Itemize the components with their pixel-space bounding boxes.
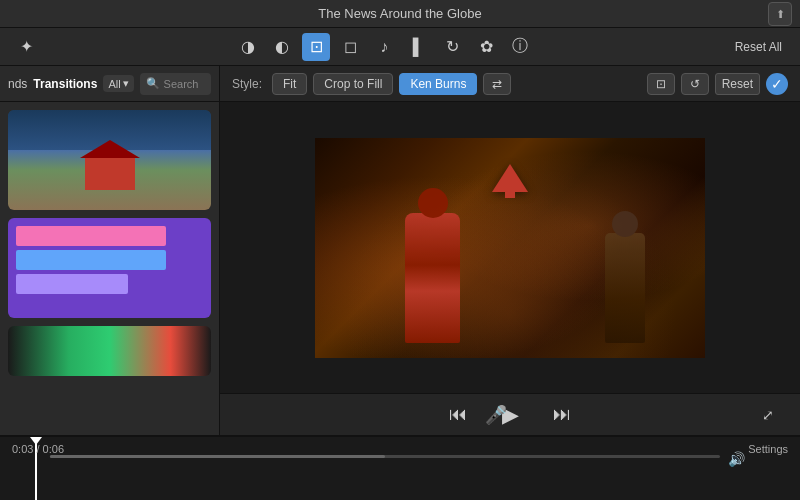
settings-button[interactable]: Settings bbox=[748, 443, 788, 455]
fit-button[interactable]: Fit bbox=[272, 73, 307, 95]
skip-forward-button[interactable]: ⏭ bbox=[546, 399, 578, 431]
speed-icon[interactable]: ↻ bbox=[438, 33, 466, 61]
timeline-bar: 0:03 / 0:06 🔊 Settings bbox=[0, 435, 800, 500]
fullscreen-button[interactable]: ⤢ bbox=[752, 399, 784, 431]
magic-wand-icon[interactable]: ✦ bbox=[12, 33, 40, 61]
left-panel: nds Transitions All ▾ 🔍 Search bbox=[0, 66, 220, 435]
tab-transitions[interactable]: Transitions bbox=[33, 77, 97, 91]
timeline-progress[interactable] bbox=[50, 455, 720, 458]
thumbnail-list bbox=[0, 102, 219, 435]
current-time: 0:03 / 0:06 bbox=[12, 443, 64, 455]
filter-icon[interactable]: ✿ bbox=[472, 33, 500, 61]
chart-icon[interactable]: ▌ bbox=[404, 33, 432, 61]
list-item[interactable] bbox=[8, 326, 211, 376]
confirm-button[interactable]: ✓ bbox=[766, 73, 788, 95]
sticky-note bbox=[16, 250, 166, 270]
sticky-note bbox=[16, 274, 128, 294]
swap-icon[interactable]: ⇄ bbox=[483, 73, 511, 95]
ken-burns-button[interactable]: Ken Burns bbox=[399, 73, 477, 95]
reset-button[interactable]: Reset bbox=[715, 73, 760, 95]
info-icon[interactable]: ⓘ bbox=[506, 33, 534, 61]
microphone-button[interactable]: 🎤 bbox=[480, 399, 512, 431]
tab-sounds[interactable]: nds bbox=[8, 77, 27, 91]
crop-frame-icon[interactable]: ⊡ bbox=[647, 73, 675, 95]
window-title: The News Around the Globe bbox=[318, 6, 481, 21]
palette-icon[interactable]: ◐ bbox=[268, 33, 296, 61]
reset-all-button[interactable]: Reset All bbox=[729, 37, 788, 57]
volume-icon: 🔊 bbox=[728, 451, 745, 467]
share-button[interactable]: ⬆ bbox=[768, 2, 792, 26]
playback-bar: 🎤 ⏮ ▶ ⏭ ⤢ bbox=[220, 393, 800, 435]
toolbar: ✦ ◑ ◐ ⊡ ◻ ♪ ▌ ↻ ✿ ⓘ Reset All bbox=[0, 28, 800, 66]
list-item[interactable] bbox=[8, 218, 211, 318]
main-content: nds Transitions All ▾ 🔍 Search bbox=[0, 66, 800, 435]
all-selector[interactable]: All ▾ bbox=[103, 75, 133, 92]
audio-icon[interactable]: ♪ bbox=[370, 33, 398, 61]
right-panel: Style: Fit Crop to Fill Ken Burns ⇄ ⊡ ↺ … bbox=[220, 66, 800, 435]
sticky-note bbox=[16, 226, 166, 246]
panel-header: nds Transitions All ▾ 🔍 Search bbox=[0, 66, 219, 102]
video-frame bbox=[315, 138, 705, 358]
title-bar: The News Around the Globe ⬆ bbox=[0, 0, 800, 28]
crop-to-fill-button[interactable]: Crop to Fill bbox=[313, 73, 393, 95]
figure-character bbox=[605, 233, 645, 343]
crop-icon[interactable]: ⊡ bbox=[302, 33, 330, 61]
search-icon: 🔍 bbox=[146, 77, 160, 90]
list-item[interactable] bbox=[8, 110, 211, 210]
search-box[interactable]: 🔍 Search bbox=[140, 73, 211, 95]
color-wheel-icon[interactable]: ◑ bbox=[234, 33, 262, 61]
progress-fill bbox=[50, 455, 385, 458]
video-camera-icon[interactable]: ◻ bbox=[336, 33, 364, 61]
video-area bbox=[220, 102, 800, 393]
style-bar: Style: Fit Crop to Fill Ken Burns ⇄ ⊡ ↺ … bbox=[220, 66, 800, 102]
figure-ironman bbox=[405, 213, 460, 343]
skip-back-button[interactable]: ⏮ bbox=[442, 399, 474, 431]
rotate-icon[interactable]: ↺ bbox=[681, 73, 709, 95]
style-label: Style: bbox=[232, 77, 262, 91]
